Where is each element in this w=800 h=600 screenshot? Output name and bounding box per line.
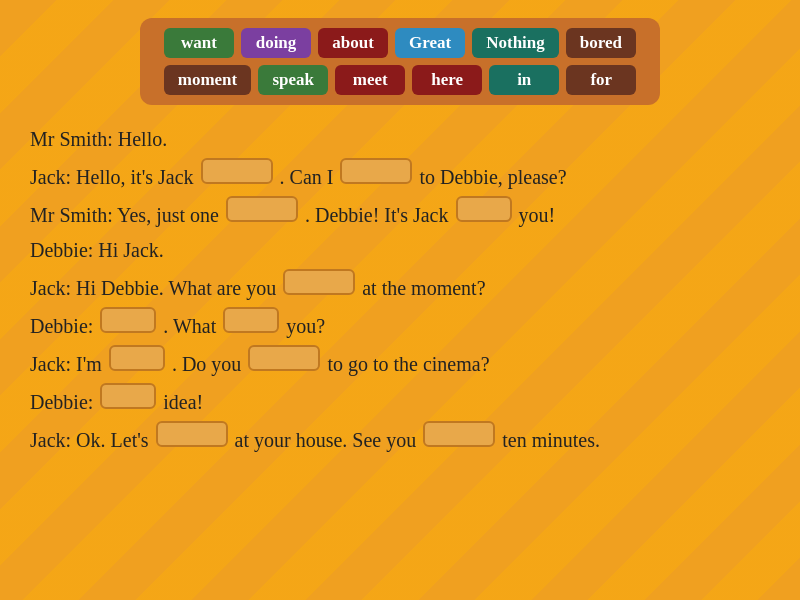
blank-9-2[interactable]	[423, 421, 495, 447]
line-3-text-1: Mr Smith: Yes, just one	[30, 199, 219, 232]
btn-bored[interactable]: bored	[566, 28, 636, 58]
btn-about[interactable]: about	[318, 28, 388, 58]
line-6-text-2: . What	[163, 310, 216, 343]
line-4: Debbie: Hi Jack.	[30, 234, 770, 267]
line-6-text-1: Debbie:	[30, 310, 93, 343]
line-9-text-1: Jack: Ok. Let's	[30, 424, 149, 457]
line-3-text-2: . Debbie! It's Jack	[305, 199, 449, 232]
line-9: Jack: Ok. Let's at your house. See you t…	[30, 421, 770, 457]
btn-moment[interactable]: moment	[164, 65, 251, 95]
btn-here[interactable]: here	[412, 65, 482, 95]
blank-6-2[interactable]	[223, 307, 279, 333]
blank-7-1[interactable]	[109, 345, 165, 371]
line-3-text-3: you!	[519, 199, 556, 232]
btn-want[interactable]: want	[164, 28, 234, 58]
blank-7-2[interactable]	[248, 345, 320, 371]
blank-8-1[interactable]	[100, 383, 156, 409]
blank-6-1[interactable]	[100, 307, 156, 333]
line-4-text: Debbie: Hi Jack.	[30, 234, 164, 267]
line-5-text-2: at the moment?	[362, 272, 485, 305]
blank-2-2[interactable]	[340, 158, 412, 184]
line-8: Debbie: idea!	[30, 383, 770, 419]
btn-speak[interactable]: speak	[258, 65, 328, 95]
line-1: Mr Smith: Hello.	[30, 123, 770, 156]
line-7-text-2: . Do you	[172, 348, 241, 381]
line-6: Debbie: . What you?	[30, 307, 770, 343]
line-6-text-3: you?	[286, 310, 325, 343]
dialogue-area: Mr Smith: Hello. Jack: Hello, it's Jack …	[0, 119, 800, 463]
blank-5-1[interactable]	[283, 269, 355, 295]
btn-meet[interactable]: meet	[335, 65, 405, 95]
line-8-text-1: Debbie:	[30, 386, 93, 419]
line-9-text-2: at your house. See you	[235, 424, 417, 457]
btn-in[interactable]: in	[489, 65, 559, 95]
line-8-text-2: idea!	[163, 386, 203, 419]
blank-9-1[interactable]	[156, 421, 228, 447]
word-bank: want doing about Great Nothing bored mom…	[140, 18, 660, 105]
line-5-text-1: Jack: Hi Debbie. What are you	[30, 272, 276, 305]
btn-nothing[interactable]: Nothing	[472, 28, 559, 58]
btn-doing[interactable]: doing	[241, 28, 311, 58]
line-7-text-3: to go to the cinema?	[327, 348, 489, 381]
btn-great[interactable]: Great	[395, 28, 465, 58]
line-2-text-2: . Can I	[280, 161, 334, 194]
blank-3-2[interactable]	[456, 196, 512, 222]
btn-for[interactable]: for	[566, 65, 636, 95]
line-5: Jack: Hi Debbie. What are you at the mom…	[30, 269, 770, 305]
line-7-text-1: Jack: I'm	[30, 348, 102, 381]
blank-3-1[interactable]	[226, 196, 298, 222]
line-9-text-3: ten minutes.	[502, 424, 600, 457]
line-7: Jack: I'm . Do you to go to the cinema?	[30, 345, 770, 381]
line-2-text-1: Jack: Hello, it's Jack	[30, 161, 194, 194]
line-1-text: Mr Smith: Hello.	[30, 123, 167, 156]
blank-2-1[interactable]	[201, 158, 273, 184]
line-2: Jack: Hello, it's Jack . Can I to Debbie…	[30, 158, 770, 194]
line-2-text-3: to Debbie, please?	[419, 161, 566, 194]
line-3: Mr Smith: Yes, just one . Debbie! It's J…	[30, 196, 770, 232]
